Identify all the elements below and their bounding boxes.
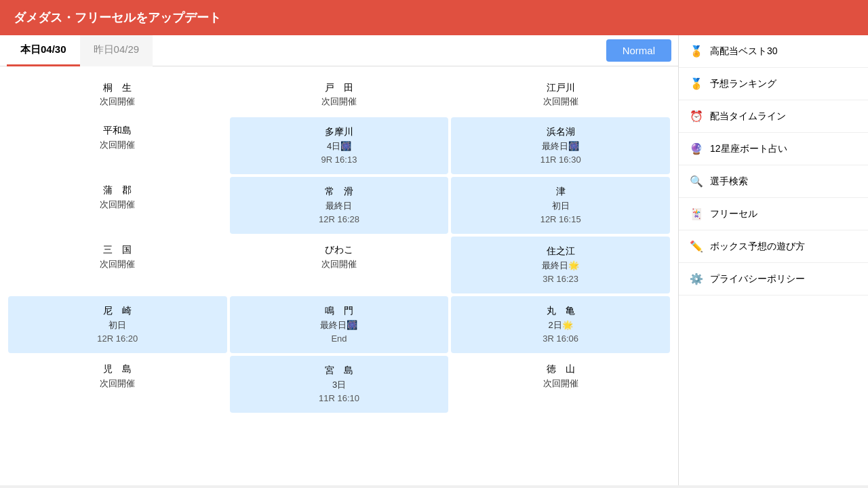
venue-line2: 次回開催 bbox=[455, 377, 666, 391]
venue-cell[interactable]: 蒲 郡次回開催 bbox=[7, 176, 229, 235]
venue-cell[interactable]: 浜名湖最終日🎆11R 16:30 bbox=[451, 117, 670, 174]
venue-name: 三 国 bbox=[12, 242, 223, 257]
tab-bar: 本日04/30 昨日04/29 Normal bbox=[0, 35, 678, 66]
sidebar-icon: 🔮 bbox=[690, 142, 703, 155]
venue-name: 住之江 bbox=[456, 243, 665, 258]
venue-name: 桐 生 bbox=[12, 80, 223, 95]
sidebar-icon: 🥇 bbox=[690, 77, 703, 90]
venue-line2: 最終日🌟 bbox=[456, 259, 665, 273]
sidebar-item-7[interactable]: ⚙️ プライバシーポリシー bbox=[679, 263, 868, 296]
venue-line2: 最終日🎆 bbox=[456, 140, 665, 154]
venue-line2: 4日🎆 bbox=[235, 140, 443, 154]
venue-name: 尼 崎 bbox=[14, 303, 222, 318]
venue-line2: 次回開催 bbox=[12, 377, 223, 391]
venue-line2: 次回開催 bbox=[234, 258, 445, 272]
sidebar-label: 配当タイムライン bbox=[710, 110, 786, 123]
sidebar-icon: 🔍 bbox=[690, 175, 703, 188]
sidebar-icon: 🏅 bbox=[690, 45, 703, 58]
venue-cell[interactable]: 津初日12R 16:15 bbox=[451, 177, 670, 234]
venue-name: 蒲 郡 bbox=[12, 182, 223, 197]
header-title: ダメダス・フリーセルをアップデート bbox=[14, 11, 221, 24]
tab-today[interactable]: 本日04/30 bbox=[7, 35, 80, 66]
venue-line2: 次回開催 bbox=[455, 95, 666, 109]
venue-name: 多摩川 bbox=[235, 124, 443, 139]
venue-name: びわこ bbox=[234, 242, 445, 257]
venue-cell[interactable]: 戸 田次回開催 bbox=[229, 73, 450, 116]
venue-name: 常 滑 bbox=[235, 184, 443, 199]
venue-line2: 次回開催 bbox=[12, 138, 223, 152]
venue-name: 宮 島 bbox=[235, 363, 443, 378]
sidebar-label: 12星座ボート占い bbox=[710, 143, 787, 155]
venue-name: 徳 山 bbox=[455, 361, 666, 376]
venue-cell[interactable]: 平和島次回開催 bbox=[7, 116, 229, 176]
venue-line2: 次回開催 bbox=[12, 198, 223, 212]
venue-line3: 9R 16:13 bbox=[235, 153, 443, 167]
page-header: ダメダス・フリーセルをアップデート bbox=[0, 0, 868, 35]
venue-name: 児 島 bbox=[12, 361, 223, 376]
main-content: 本日04/30 昨日04/29 Normal 桐 生次回開催戸 田次回開催江戸川… bbox=[0, 35, 678, 485]
venue-cell[interactable]: 尼 崎初日12R 16:20 bbox=[8, 296, 227, 353]
venue-name: 平和島 bbox=[12, 123, 223, 138]
venue-grid: 桐 生次回開催戸 田次回開催江戸川次回開催平和島次回開催多摩川4日🎆9R 16:… bbox=[0, 66, 678, 421]
venue-name: 戸 田 bbox=[234, 80, 445, 95]
venue-line2: 最終日 bbox=[235, 199, 443, 214]
sidebar-label: 高配当ベスト30 bbox=[710, 45, 778, 58]
venue-line2: 2日🌟 bbox=[456, 319, 665, 333]
sidebar-icon: ⚙️ bbox=[690, 272, 703, 285]
venue-line2: 次回開催 bbox=[234, 95, 445, 109]
venue-name: 鳴 門 bbox=[235, 303, 443, 318]
sidebar-item-1[interactable]: 🥇 予想ランキング bbox=[679, 68, 868, 100]
sidebar-item-0[interactable]: 🏅 高配当ベスト30 bbox=[679, 35, 868, 68]
venue-cell[interactable]: 徳 山次回開催 bbox=[450, 354, 671, 414]
sidebar-item-3[interactable]: 🔮 12星座ボート占い bbox=[679, 133, 868, 165]
venue-line3: 12R 16:28 bbox=[235, 213, 443, 227]
sidebar-item-5[interactable]: 🃏 フリーセル bbox=[679, 198, 868, 230]
sidebar-item-2[interactable]: ⏰ 配当タイムライン bbox=[679, 100, 868, 133]
venue-cell[interactable]: 桐 生次回開催 bbox=[7, 73, 229, 116]
venue-cell[interactable]: 常 滑最終日12R 16:28 bbox=[230, 177, 449, 234]
venue-name: 浜名湖 bbox=[456, 124, 665, 139]
sidebar-icon: 🃏 bbox=[690, 207, 703, 220]
venue-cell[interactable]: 多摩川4日🎆9R 16:13 bbox=[230, 117, 449, 174]
venue-name: 津 bbox=[456, 184, 665, 199]
venue-line3: End bbox=[235, 332, 443, 346]
sidebar-label: ボックス予想の遊び方 bbox=[710, 241, 805, 253]
sidebar-item-4[interactable]: 🔍 選手検索 bbox=[679, 165, 868, 198]
venue-line2: 次回開催 bbox=[12, 95, 223, 109]
venue-line3: 12R 16:20 bbox=[14, 332, 222, 346]
sidebar-icon: ✏️ bbox=[690, 240, 703, 253]
venue-name: 江戸川 bbox=[455, 80, 666, 95]
venue-line3: 3R 16:06 bbox=[456, 332, 665, 346]
venue-line2: 初日 bbox=[456, 199, 665, 214]
venue-cell[interactable]: びわこ次回開催 bbox=[229, 235, 450, 295]
venue-line2: 初日 bbox=[14, 319, 222, 333]
venue-name: 丸 亀 bbox=[456, 303, 665, 318]
sidebar-icon: ⏰ bbox=[690, 110, 703, 123]
venue-line2: 最終日🎆 bbox=[235, 319, 443, 333]
venue-line3: 11R 16:10 bbox=[235, 392, 443, 406]
venue-line3: 3R 16:23 bbox=[456, 272, 665, 287]
normal-button[interactable]: Normal bbox=[606, 39, 671, 62]
sidebar-label: フリーセル bbox=[710, 208, 757, 220]
venue-cell[interactable]: 三 国次回開催 bbox=[7, 235, 229, 295]
venue-line2: 3日 bbox=[235, 378, 443, 392]
sidebar: 🏅 高配当ベスト30 🥇 予想ランキング ⏰ 配当タイムライン 🔮 12星座ボー… bbox=[678, 35, 868, 485]
venue-line3: 11R 16:30 bbox=[456, 153, 665, 167]
venue-cell[interactable]: 丸 亀2日🌟3R 16:06 bbox=[451, 296, 670, 353]
venue-cell[interactable]: 児 島次回開催 bbox=[7, 354, 229, 414]
venue-line3: 12R 16:15 bbox=[456, 213, 665, 227]
venue-cell[interactable]: 宮 島3日11R 16:10 bbox=[230, 356, 449, 413]
sidebar-item-6[interactable]: ✏️ ボックス予想の遊び方 bbox=[679, 230, 868, 263]
sidebar-label: 予想ランキング bbox=[710, 78, 776, 90]
venue-cell[interactable]: 鳴 門最終日🎆End bbox=[230, 296, 449, 353]
venue-cell[interactable]: 住之江最終日🌟3R 16:23 bbox=[451, 237, 670, 293]
sidebar-label: 選手検索 bbox=[710, 176, 748, 188]
venue-line2: 次回開催 bbox=[12, 258, 223, 272]
venue-cell[interactable]: 江戸川次回開催 bbox=[450, 73, 671, 116]
sidebar-label: プライバシーポリシー bbox=[710, 273, 805, 285]
tab-yesterday[interactable]: 昨日04/29 bbox=[80, 35, 153, 66]
